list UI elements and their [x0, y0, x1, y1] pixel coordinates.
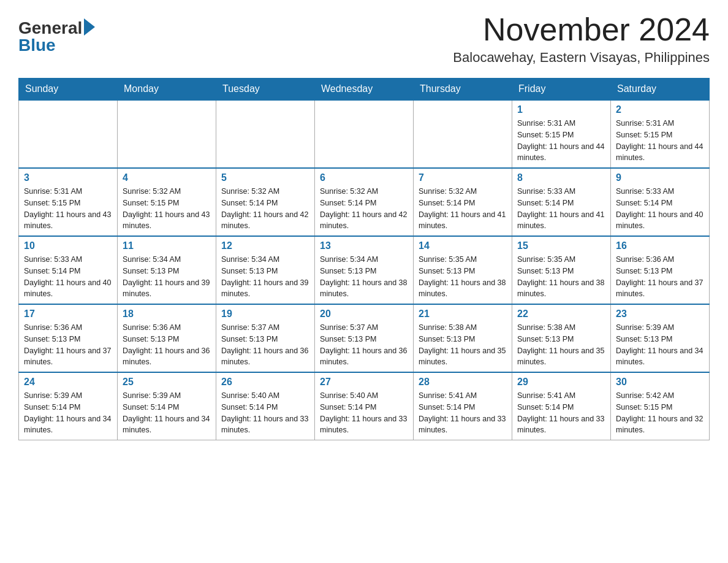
weekday-header-thursday: Thursday [414, 79, 512, 101]
day-number: 10 [24, 240, 112, 251]
day-info: Sunrise: 5:37 AM Sunset: 5:13 PM Dayligh… [221, 322, 309, 368]
day-number: 14 [419, 240, 507, 251]
day-cell: 13Sunrise: 5:34 AM Sunset: 5:13 PM Dayli… [315, 236, 414, 304]
day-cell: 29Sunrise: 5:41 AM Sunset: 5:14 PM Dayli… [512, 372, 611, 440]
day-cell [19, 100, 118, 168]
day-cell: 20Sunrise: 5:37 AM Sunset: 5:13 PM Dayli… [315, 304, 414, 372]
day-info: Sunrise: 5:31 AM Sunset: 5:15 PM Dayligh… [24, 186, 112, 232]
day-number: 7 [419, 172, 507, 183]
day-cell [414, 100, 512, 168]
day-cell: 17Sunrise: 5:36 AM Sunset: 5:13 PM Dayli… [19, 304, 118, 372]
day-info: Sunrise: 5:35 AM Sunset: 5:13 PM Dayligh… [517, 254, 605, 300]
day-cell: 15Sunrise: 5:35 AM Sunset: 5:13 PM Dayli… [512, 236, 611, 304]
day-info: Sunrise: 5:38 AM Sunset: 5:13 PM Dayligh… [517, 322, 605, 368]
logo-blue-text: Blue [18, 36, 56, 55]
day-number: 27 [320, 377, 408, 388]
day-info: Sunrise: 5:34 AM Sunset: 5:13 PM Dayligh… [123, 254, 211, 300]
day-info: Sunrise: 5:33 AM Sunset: 5:14 PM Dayligh… [517, 186, 605, 232]
day-number: 16 [616, 240, 704, 251]
day-cell: 10Sunrise: 5:33 AM Sunset: 5:14 PM Dayli… [19, 236, 118, 304]
day-cell: 16Sunrise: 5:36 AM Sunset: 5:13 PM Dayli… [611, 236, 710, 304]
day-info: Sunrise: 5:41 AM Sunset: 5:14 PM Dayligh… [419, 390, 507, 436]
day-info: Sunrise: 5:34 AM Sunset: 5:13 PM Dayligh… [221, 254, 309, 300]
day-number: 20 [320, 308, 408, 320]
day-info: Sunrise: 5:39 AM Sunset: 5:14 PM Dayligh… [123, 390, 211, 436]
weekday-header-wednesday: Wednesday [315, 79, 414, 101]
day-number: 4 [123, 172, 211, 183]
day-cell: 19Sunrise: 5:37 AM Sunset: 5:13 PM Dayli… [216, 304, 315, 372]
day-number: 30 [616, 377, 704, 388]
day-number: 9 [616, 172, 704, 183]
day-info: Sunrise: 5:40 AM Sunset: 5:14 PM Dayligh… [221, 390, 309, 436]
weekday-header-friday: Friday [512, 79, 611, 101]
day-number: 5 [221, 172, 309, 183]
day-number: 23 [616, 308, 704, 320]
day-info: Sunrise: 5:33 AM Sunset: 5:14 PM Dayligh… [24, 254, 112, 300]
day-number: 1 [517, 104, 605, 115]
day-info: Sunrise: 5:36 AM Sunset: 5:13 PM Dayligh… [24, 322, 112, 368]
weekday-header-tuesday: Tuesday [216, 79, 315, 101]
month-title: November 2024 [453, 12, 710, 47]
week-row-2: 3Sunrise: 5:31 AM Sunset: 5:15 PM Daylig… [19, 168, 710, 236]
day-number: 29 [517, 377, 605, 388]
day-cell: 14Sunrise: 5:35 AM Sunset: 5:13 PM Dayli… [414, 236, 512, 304]
day-info: Sunrise: 5:37 AM Sunset: 5:13 PM Dayligh… [320, 322, 408, 368]
week-row-4: 17Sunrise: 5:36 AM Sunset: 5:13 PM Dayli… [19, 304, 710, 372]
day-info: Sunrise: 5:39 AM Sunset: 5:13 PM Dayligh… [616, 322, 704, 368]
day-cell: 4Sunrise: 5:32 AM Sunset: 5:15 PM Daylig… [118, 168, 216, 236]
day-number: 15 [517, 240, 605, 251]
day-cell: 11Sunrise: 5:34 AM Sunset: 5:13 PM Dayli… [118, 236, 216, 304]
day-info: Sunrise: 5:33 AM Sunset: 5:14 PM Dayligh… [616, 186, 704, 232]
day-cell: 2Sunrise: 5:31 AM Sunset: 5:15 PM Daylig… [611, 100, 710, 168]
day-info: Sunrise: 5:42 AM Sunset: 5:15 PM Dayligh… [616, 390, 704, 436]
day-cell: 3Sunrise: 5:31 AM Sunset: 5:15 PM Daylig… [19, 168, 118, 236]
day-info: Sunrise: 5:40 AM Sunset: 5:14 PM Dayligh… [320, 390, 408, 436]
day-info: Sunrise: 5:39 AM Sunset: 5:14 PM Dayligh… [24, 390, 112, 436]
day-number: 11 [123, 240, 211, 251]
day-cell [118, 100, 216, 168]
day-cell: 21Sunrise: 5:38 AM Sunset: 5:13 PM Dayli… [414, 304, 512, 372]
weekday-header-saturday: Saturday [611, 79, 710, 101]
day-cell: 26Sunrise: 5:40 AM Sunset: 5:14 PM Dayli… [216, 372, 315, 440]
day-cell: 5Sunrise: 5:32 AM Sunset: 5:14 PM Daylig… [216, 168, 315, 236]
day-number: 18 [123, 308, 211, 320]
day-number: 3 [24, 172, 112, 183]
day-info: Sunrise: 5:31 AM Sunset: 5:15 PM Dayligh… [616, 118, 704, 164]
day-info: Sunrise: 5:32 AM Sunset: 5:15 PM Dayligh… [123, 186, 211, 232]
calendar-table: SundayMondayTuesdayWednesdayThursdayFrid… [18, 78, 710, 440]
day-cell: 12Sunrise: 5:34 AM Sunset: 5:13 PM Dayli… [216, 236, 315, 304]
day-cell: 8Sunrise: 5:33 AM Sunset: 5:14 PM Daylig… [512, 168, 611, 236]
day-number: 28 [419, 377, 507, 388]
day-cell: 7Sunrise: 5:32 AM Sunset: 5:14 PM Daylig… [414, 168, 512, 236]
title-block: November 2024 Balocawehay, Eastern Visay… [453, 12, 710, 66]
day-info: Sunrise: 5:36 AM Sunset: 5:13 PM Dayligh… [616, 254, 704, 300]
day-info: Sunrise: 5:32 AM Sunset: 5:14 PM Dayligh… [221, 186, 309, 232]
day-number: 19 [221, 308, 309, 320]
day-cell: 22Sunrise: 5:38 AM Sunset: 5:13 PM Dayli… [512, 304, 611, 372]
day-info: Sunrise: 5:35 AM Sunset: 5:13 PM Dayligh… [419, 254, 507, 300]
logo-arrow-icon [84, 18, 95, 36]
day-info: Sunrise: 5:31 AM Sunset: 5:15 PM Dayligh… [517, 118, 605, 164]
day-number: 12 [221, 240, 309, 251]
day-cell: 18Sunrise: 5:36 AM Sunset: 5:13 PM Dayli… [118, 304, 216, 372]
day-info: Sunrise: 5:41 AM Sunset: 5:14 PM Dayligh… [517, 390, 605, 436]
day-cell: 23Sunrise: 5:39 AM Sunset: 5:13 PM Dayli… [611, 304, 710, 372]
week-row-3: 10Sunrise: 5:33 AM Sunset: 5:14 PM Dayli… [19, 236, 710, 304]
day-info: Sunrise: 5:34 AM Sunset: 5:13 PM Dayligh… [320, 254, 408, 300]
day-cell: 6Sunrise: 5:32 AM Sunset: 5:14 PM Daylig… [315, 168, 414, 236]
day-cell: 9Sunrise: 5:33 AM Sunset: 5:14 PM Daylig… [611, 168, 710, 236]
day-number: 26 [221, 377, 309, 388]
day-number: 22 [517, 308, 605, 320]
day-cell: 1Sunrise: 5:31 AM Sunset: 5:15 PM Daylig… [512, 100, 611, 168]
day-info: Sunrise: 5:36 AM Sunset: 5:13 PM Dayligh… [123, 322, 211, 368]
day-number: 21 [419, 308, 507, 320]
day-cell: 24Sunrise: 5:39 AM Sunset: 5:14 PM Dayli… [19, 372, 118, 440]
weekday-header-sunday: Sunday [19, 79, 118, 101]
logo: General Blue [18, 18, 95, 55]
page-header: General Blue November 2024 Balocawehay, … [18, 12, 710, 66]
day-number: 2 [616, 104, 704, 115]
day-cell: 28Sunrise: 5:41 AM Sunset: 5:14 PM Dayli… [414, 372, 512, 440]
day-info: Sunrise: 5:32 AM Sunset: 5:14 PM Dayligh… [419, 186, 507, 232]
day-number: 17 [24, 308, 112, 320]
calendar-header-row: SundayMondayTuesdayWednesdayThursdayFrid… [19, 79, 710, 101]
